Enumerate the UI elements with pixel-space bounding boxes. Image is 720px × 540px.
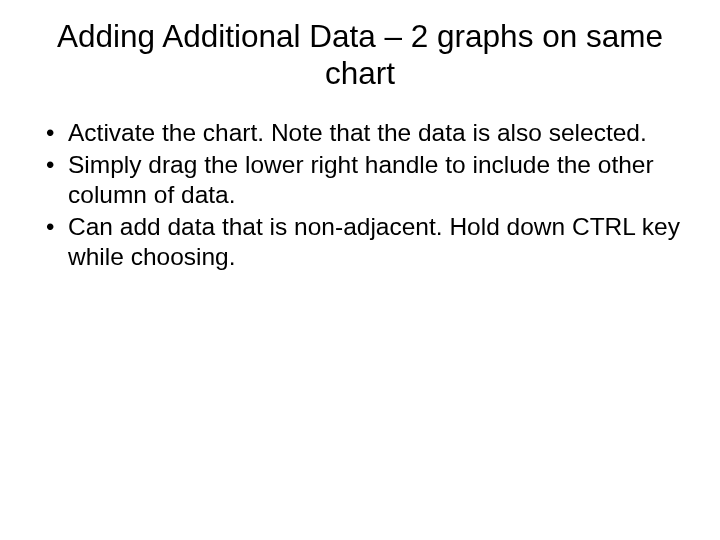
bullet-list: Activate the chart. Note that the data i… [38, 118, 682, 271]
slide-title: Adding Additional Data – 2 graphs on sam… [38, 18, 682, 92]
list-item: Simply drag the lower right handle to in… [46, 150, 682, 210]
list-item: Can add data that is non-adjacent. Hold … [46, 212, 682, 272]
list-item: Activate the chart. Note that the data i… [46, 118, 682, 148]
